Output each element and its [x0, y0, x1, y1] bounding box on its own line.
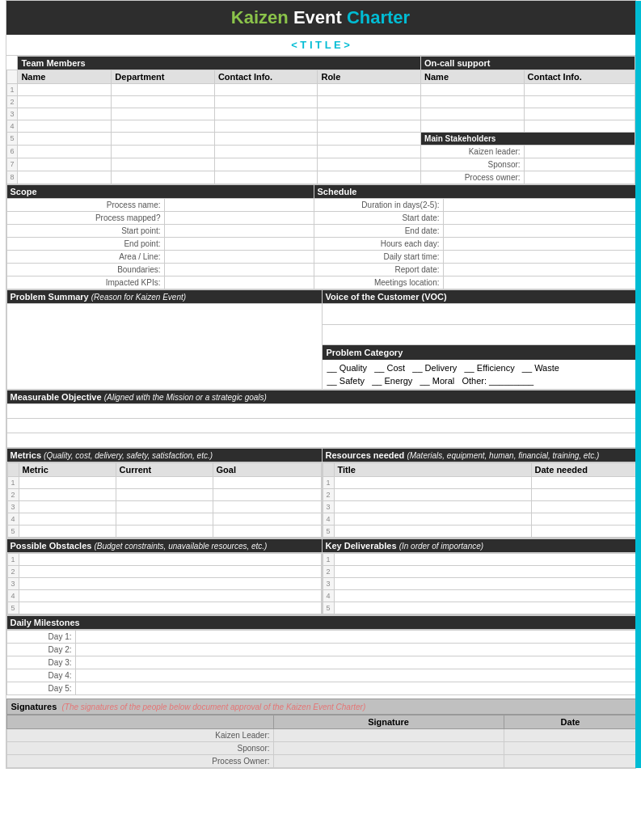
table-row: 2: [7, 488, 321, 500]
measurable-objective-header: Measurable Objective (Aligned with the M…: [6, 390, 637, 403]
signature-row: Process Owner:: [6, 754, 637, 767]
resources-header: Resources needed (Materials, equipment, …: [322, 448, 637, 462]
table-row: 6 Kaizen leader:: [6, 146, 635, 158]
table-row: 4: [323, 513, 636, 525]
sig-col-date: Date: [504, 715, 637, 728]
table-row: 5: [323, 602, 636, 614]
table-row: 2: [323, 565, 636, 577]
table-row: 2: [7, 565, 321, 577]
col-name: Name: [18, 70, 112, 84]
col-on-call-contact: Contact Info.: [524, 70, 635, 84]
table-row: 8 Process owner:: [6, 171, 635, 184]
daily-milestone-row: Day 5:: [6, 682, 637, 694]
col-dept: Department: [112, 70, 215, 84]
table-row: 1: [6, 84, 635, 96]
sig-col-signature: Signature: [273, 715, 504, 728]
daily-milestone-row: Day 3:: [6, 656, 637, 669]
table-row: 2: [323, 488, 636, 500]
table-row: 3: [323, 500, 636, 513]
col-on-call-name: Name: [421, 70, 525, 84]
team-members-header: Team Members: [18, 57, 421, 70]
col-role: Role: [318, 70, 421, 84]
table-row: 5 Main Stakeholders: [6, 133, 635, 146]
subtitle: < T I T L E >: [6, 35, 635, 56]
deliverables-header: Key Deliverables (In order of importance…: [322, 538, 637, 552]
voc-cell: Problem Category __ Quality __ Cost __ D…: [322, 304, 637, 390]
table-row: 4: [323, 589, 636, 602]
obstacles-header: Possible Obstacles (Budget constraints, …: [6, 538, 322, 552]
table-row: 4: [6, 120, 635, 133]
table-row: 4: [7, 589, 321, 602]
table-row: 5: [323, 525, 636, 537]
table-row: 5: [7, 525, 321, 537]
on-call-support-header: On-call support: [421, 57, 635, 70]
daily-milestone-row: Day 2:: [6, 643, 637, 656]
problem-category-header: Problem Category: [323, 345, 637, 360]
table-row: 3: [7, 577, 321, 589]
metrics-header: Metrics (Quality, cost, delivery, safety…: [6, 448, 322, 462]
measurable-objective-cell: [6, 403, 637, 418]
col-contact: Contact Info.: [214, 70, 318, 84]
table-row: 3: [7, 500, 321, 513]
table-row: 7 Sponsor:: [6, 158, 635, 171]
problem-summary-header: Problem Summary (Reason for Kaizen Event…: [6, 290, 322, 304]
schedule-header: Schedule: [314, 185, 637, 199]
table-row: 2: [6, 96, 635, 108]
page-title: Kaizen Event Charter: [6, 1, 635, 35]
measurable-objective-cell-2: [6, 418, 637, 433]
table-row: 3: [323, 577, 636, 589]
signatures-header: Signatures (The signatures of the people…: [6, 699, 637, 714]
daily-milestones-header: Daily Milestones: [6, 615, 637, 629]
table-row: 1: [323, 476, 636, 488]
table-row: 1: [7, 553, 321, 565]
measurable-objective-cell-3: [6, 433, 637, 447]
daily-milestone-row: Day 1:: [6, 630, 637, 643]
table-row: 1: [323, 553, 636, 565]
signature-row: Kaizen Leader:: [6, 728, 637, 741]
table-row: 4: [7, 513, 321, 525]
main-stakeholders-header: Main Stakeholders: [421, 133, 635, 146]
table-row: 5: [7, 602, 321, 614]
table-row: 1: [7, 476, 321, 488]
table-row: 3: [6, 108, 635, 120]
scope-header: Scope: [6, 185, 314, 199]
signature-row: Sponsor:: [6, 741, 637, 754]
problem-category-items: __ Quality __ Cost __ Delivery __ Effici…: [323, 360, 637, 376]
voc-header: Voice of the Customer (VOC): [322, 290, 637, 304]
daily-milestone-row: Day 4:: [6, 669, 637, 682]
problem-summary-cell: [6, 304, 322, 390]
